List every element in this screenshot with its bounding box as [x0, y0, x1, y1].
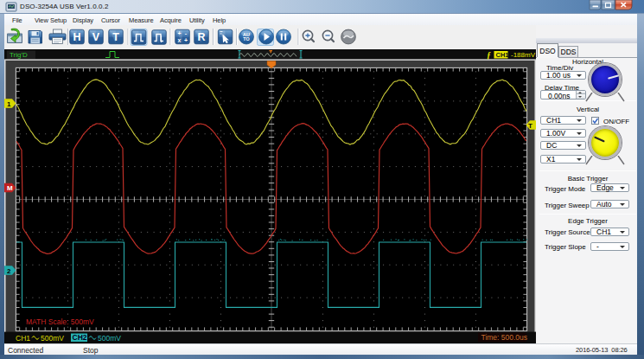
svg-text:2: 2 [7, 267, 11, 275]
svg-text:T: T [112, 31, 119, 43]
svg-text:x: x [178, 37, 182, 43]
svg-text:CH1: CH1 [496, 51, 509, 59]
svg-text:MATH Scale: 500mV: MATH Scale: 500mV [26, 317, 94, 326]
svg-text:1: 1 [7, 100, 11, 108]
svg-text:CH2: CH2 [73, 333, 87, 342]
svg-text:+: + [177, 30, 181, 36]
svg-text:500mV: 500mV [98, 334, 121, 343]
svg-text:Trig'D: Trig'D [10, 51, 28, 59]
svg-text:T: T [528, 122, 532, 130]
svg-text:Time: 500.0us: Time: 500.0us [481, 333, 528, 342]
svg-text:M: M [7, 184, 13, 192]
svg-text:CH1: CH1 [16, 334, 30, 343]
svg-text:+: + [184, 37, 188, 43]
svg-text:-188mV: -188mV [511, 51, 536, 59]
svg-text:ƒ: ƒ [487, 51, 491, 60]
svg-text:H: H [73, 31, 80, 43]
svg-text:R: R [197, 31, 205, 43]
svg-text:TO: TO [243, 36, 249, 42]
svg-text:500mV: 500mV [41, 334, 64, 343]
svg-text:V: V [92, 31, 100, 43]
